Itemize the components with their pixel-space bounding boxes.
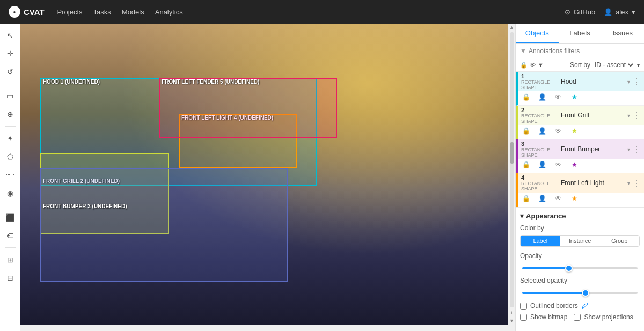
- toolbar-divider-3: [5, 205, 16, 205]
- nav-links: Projects Tasks Models Analytics: [57, 8, 552, 16]
- outlined-borders-checkbox[interactable]: [520, 303, 527, 310]
- tab-objects[interactable]: Objects: [516, 24, 559, 43]
- magic-tool[interactable]: ✦: [3, 131, 18, 146]
- user-caret-icon: ▾: [632, 8, 635, 16]
- canvas-wrapper: HOOD 1 (UNDEFINED) FRONT GRILL 2 (UNDEFI…: [20, 24, 515, 331]
- annotation-front-grill-label: FRONT GRILL 2 (UNDEFINED): [41, 178, 121, 185]
- object-4-label-caret-icon: ▾: [627, 180, 630, 186]
- object-1-eye-icon[interactable]: 👁: [553, 92, 563, 102]
- object-3-menu[interactable]: ⋮: [632, 145, 641, 153]
- color-by-buttons: Label Instance Group: [520, 235, 640, 247]
- topnav: ● CVAT Projects Tasks Models Analytics ⊙…: [0, 0, 644, 24]
- object-2-person-icon[interactable]: 👤: [537, 126, 547, 136]
- color-by-group-btn[interactable]: Group: [599, 236, 639, 246]
- canvas-background: HOOD 1 (UNDEFINED) FRONT GRILL 2 (UNDEFI…: [20, 24, 515, 325]
- object-item-3: 3 RECTANGLE SHAPE Front Bumper ▾ ⋮ 🔒 👤 👁…: [516, 139, 644, 173]
- canvas-area[interactable]: HOOD 1 (UNDEFINED) FRONT GRILL 2 (UNDEFI…: [20, 24, 515, 325]
- polyline-tool[interactable]: 〰: [3, 167, 18, 182]
- rotate-tool[interactable]: ↺: [3, 64, 18, 79]
- object-4-menu[interactable]: ⋮: [632, 179, 641, 187]
- object-2-eye-icon[interactable]: 👁: [553, 126, 563, 136]
- object-1-menu[interactable]: ⋮: [632, 77, 641, 86]
- object-4-star-icon[interactable]: ★: [569, 194, 579, 203]
- annotation-front-left-fender-label: FRONT LEFT FENDER 5 (UNDEFINED): [160, 78, 261, 85]
- selected-opacity-slider[interactable]: [522, 292, 638, 294]
- object-4-person-icon[interactable]: 👤: [537, 194, 547, 203]
- sort-by-label: Sort by: [570, 61, 590, 69]
- object-1-label-wrapper[interactable]: Hood ▾: [561, 78, 630, 85]
- object-1-person-icon[interactable]: 👤: [537, 92, 547, 102]
- canvas-scrollbar[interactable]: ▲ + ▼: [508, 24, 515, 325]
- merge-tool[interactable]: ⊞: [3, 252, 18, 267]
- github-button[interactable]: ⊙ GitHub: [565, 8, 595, 16]
- panel-tabs: Objects Labels Issues: [516, 24, 644, 44]
- right-panel: Objects Labels Issues ▼ 🔒 👁 ▼ Sort by ID…: [515, 24, 644, 331]
- canvas-scroll-handle: [510, 142, 514, 164]
- canvas-bottom-scrollbar[interactable]: [20, 325, 515, 331]
- annotation-hood: HOOD 1 (UNDEFINED): [40, 78, 317, 186]
- object-2-label-wrapper[interactable]: Front Grill ▾: [561, 112, 630, 119]
- outlined-borders-label: Outlined borders: [530, 302, 578, 310]
- object-2-menu[interactable]: ⋮: [632, 111, 641, 120]
- polygon-tool[interactable]: ⬠: [3, 149, 18, 164]
- point-tool[interactable]: ◉: [3, 186, 18, 201]
- annotation-front-grill: FRONT GRILL 2 (UNDEFINED): [40, 153, 169, 234]
- object-3-type: RECTANGLE SHAPE: [521, 147, 559, 158]
- outlined-borders-row: Outlined borders 🖊: [520, 301, 640, 310]
- object-4-header: 4 RECTANGLE SHAPE Front Left Light ▾ ⋮: [518, 173, 644, 193]
- nav-analytics[interactable]: Analytics: [155, 8, 183, 16]
- object-3-star-icon[interactable]: ★: [569, 160, 579, 170]
- app-logo[interactable]: ● CVAT: [9, 6, 45, 18]
- canvas-scroll-add-icon[interactable]: +: [509, 308, 514, 317]
- annotation-front-bumper-label: FRONT BUMPER 3 (UNDEFINED): [41, 203, 129, 210]
- opacity-slider[interactable]: [522, 267, 638, 269]
- canvas-scroll-track: [510, 32, 514, 307]
- object-1-label: Hood: [561, 78, 627, 85]
- object-2-label: Front Grill: [561, 112, 627, 119]
- user-menu[interactable]: 👤 alex ▾: [604, 8, 635, 16]
- object-3-label-wrapper[interactable]: Front Bumper ▾: [561, 145, 630, 153]
- tag-tool[interactable]: 🏷: [3, 228, 18, 243]
- object-2-lock-icon[interactable]: 🔒: [521, 126, 531, 136]
- app-name: CVAT: [24, 8, 45, 17]
- object-4-eye-icon[interactable]: 👁: [553, 194, 563, 203]
- filter-input[interactable]: [529, 47, 640, 55]
- main-layout: ↖ ✛ ↺ ▭ ⊕ ✦ ⬠ 〰 ◉ ⬛ 🏷 ⊞ ⊟ HOOD 1 (UNDEFI…: [0, 24, 644, 331]
- draw-rect-tool[interactable]: ▭: [3, 89, 18, 104]
- object-2-header: 2 RECTANGLE SHAPE Front Grill ▾ ⋮: [518, 106, 644, 125]
- show-bitmap-checkbox[interactable]: [520, 314, 527, 321]
- object-1-star-icon[interactable]: ★: [569, 92, 579, 102]
- annotation-hood-label: HOOD 1 (UNDEFINED): [41, 78, 101, 85]
- canvas-scroll-down-arrow[interactable]: ▼: [508, 317, 515, 325]
- show-bitmap-label: Show bitmap: [530, 313, 567, 321]
- object-3-id-type: 3 RECTANGLE SHAPE: [521, 141, 559, 158]
- cuboid-tool[interactable]: ⬛: [3, 210, 18, 225]
- nav-projects[interactable]: Projects: [57, 8, 83, 16]
- cursor-tool[interactable]: ↖: [3, 28, 18, 43]
- nav-tasks[interactable]: Tasks: [93, 8, 111, 16]
- object-4-type: RECTANGLE SHAPE: [521, 181, 559, 192]
- nav-models[interactable]: Models: [122, 8, 144, 16]
- object-2-num: 2: [521, 107, 559, 113]
- draw-zoom-tool[interactable]: ⊕: [3, 107, 18, 122]
- object-3-lock-icon[interactable]: 🔒: [521, 160, 531, 170]
- object-2-star-icon[interactable]: ★: [569, 126, 579, 136]
- move-tool[interactable]: ✛: [3, 46, 18, 61]
- appearance-header[interactable]: ▾ Appearance: [520, 212, 640, 220]
- split-tool[interactable]: ⊟: [3, 270, 18, 285]
- sort-select[interactable]: ID - ascent: [592, 61, 635, 69]
- object-4-lock-icon[interactable]: 🔒: [521, 194, 531, 203]
- appearance-title: Appearance: [526, 212, 566, 220]
- object-3-person-icon[interactable]: 👤: [537, 160, 547, 170]
- color-by-instance-btn[interactable]: Instance: [560, 236, 600, 246]
- object-1-lock-icon[interactable]: 🔒: [521, 92, 531, 102]
- object-4-label-wrapper[interactable]: Front Left Light ▾: [561, 179, 630, 187]
- show-projections-checkbox[interactable]: [574, 314, 581, 321]
- eye-icon: 👁: [530, 62, 536, 68]
- object-1-id-type: 1 RECTANGLE SHAPE: [521, 73, 559, 90]
- color-by-label-btn[interactable]: Label: [521, 236, 560, 246]
- tab-issues[interactable]: Issues: [601, 24, 644, 43]
- canvas-scroll-up-arrow[interactable]: ▲: [508, 24, 515, 31]
- tab-labels[interactable]: Labels: [559, 24, 602, 43]
- object-3-eye-icon[interactable]: 👁: [553, 160, 563, 170]
